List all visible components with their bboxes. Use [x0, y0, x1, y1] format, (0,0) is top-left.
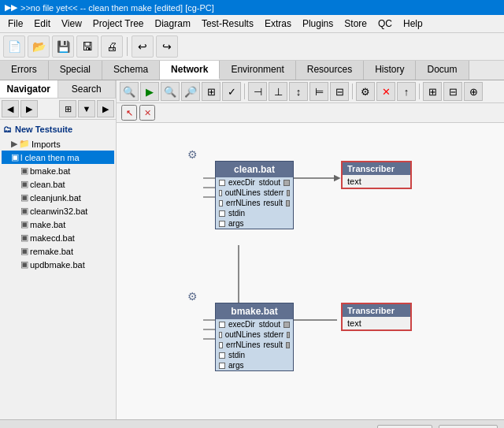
tab-docum[interactable]: Docum — [416, 61, 469, 80]
makecd-label: makecd.bat — [30, 233, 75, 243]
toolbar-new[interactable]: 📄 — [3, 35, 25, 58]
delete-btn[interactable]: ✕ — [376, 82, 395, 101]
sidebar-nav-left[interactable]: ◀ — [2, 100, 19, 117]
sidebar-toolbar: ◀ ▶ ⊞ ▼ ▶ — [0, 99, 116, 120]
bmake-bat-stdin-label: stdin — [228, 351, 245, 359]
menu-store[interactable]: Store — [339, 17, 372, 31]
align-right-btn[interactable]: ↕ — [289, 82, 308, 101]
toolbar-undo[interactable]: ↩ — [132, 35, 154, 58]
tree-item-imports[interactable]: ▶ 📁 Imports — [2, 137, 114, 151]
sidebar-nav-right[interactable]: ▶ — [20, 100, 38, 117]
clean-bat-title: clean.bat — [216, 162, 293, 177]
menu-test-results[interactable]: Test-Results — [197, 17, 258, 31]
run-btn[interactable]: ▶ — [140, 82, 159, 101]
bmake-bat-stderr-out — [287, 332, 290, 338]
accept-button[interactable]: Accept — [377, 425, 433, 429]
clean-bat-execdir-row: execDir stdout — [216, 177, 293, 188]
tree-item-make[interactable]: ▣ make.bat — [2, 218, 114, 231]
bmake-bat-node[interactable]: bmake.bat execDir stdout outNLines stder… — [215, 303, 294, 371]
bmake-bat-body: execDir stdout outNLines stderr — [216, 319, 293, 370]
tree-item-cleanwin32[interactable]: ▣ cleanwin32.bat — [2, 204, 114, 218]
clean-bat-outnlines-row: outNLines stderr — [216, 188, 293, 198]
clean-bat-result-label: result — [263, 199, 282, 207]
sidebar-expand[interactable]: ▼ — [78, 100, 95, 117]
clean-bat-settings-icon[interactable]: ⚙ — [187, 148, 198, 161]
transcriber-1-block[interactable]: Transcriber text — [341, 161, 412, 189]
align-center-btn[interactable]: ⊥ — [269, 82, 287, 101]
tree-item-updbmake[interactable]: ▣ updbmake.bat — [2, 258, 114, 271]
clean-bat-stdin-label: stdin — [228, 209, 245, 218]
diagram-top-bar: ↖ ✕ — [117, 103, 504, 123]
search-next-btn[interactable]: 🔎 — [181, 82, 200, 101]
bmake-bat-stdout-label: stdout — [259, 320, 280, 329]
tab-history[interactable]: History — [364, 61, 416, 80]
imports-expand-icon: ▶ — [11, 139, 17, 149]
menu-diagram[interactable]: Diagram — [150, 17, 195, 31]
toolbar-open[interactable]: 📂 — [28, 35, 50, 58]
sidebar-menu[interactable]: ▶ — [97, 100, 114, 117]
bmake-bat-execdir-label: execDir — [228, 320, 255, 329]
tab-network[interactable]: Network — [160, 61, 220, 80]
diagram-arrow-btn[interactable]: ↖ — [121, 105, 137, 121]
clean-bat-node[interactable]: clean.bat execDir stdout outNLines stder… — [215, 161, 294, 229]
more-btn[interactable]: ⊕ — [464, 82, 483, 101]
grid-btn[interactable]: ⊞ — [202, 82, 220, 101]
tree-item-remake[interactable]: ▣ remake.bat — [2, 244, 114, 258]
up-btn[interactable]: ↑ — [397, 82, 416, 101]
menu-edit[interactable]: Edit — [29, 17, 55, 31]
toolbar-save[interactable]: 💾 — [52, 35, 74, 58]
toolbar-print[interactable]: 🖨 — [101, 35, 123, 58]
diagram-close-btn[interactable]: ✕ — [139, 105, 155, 121]
distribute-btn[interactable]: ⊨ — [309, 82, 328, 101]
sidebar-collapse[interactable]: ⊞ — [59, 100, 76, 117]
zoom-fit-btn[interactable]: 🔍 — [120, 82, 139, 101]
tab-special[interactable]: Special — [49, 61, 102, 80]
tree-item-cleanjunk[interactable]: ▣ cleanjunk.bat — [2, 191, 114, 204]
tab-resources[interactable]: Resources — [296, 61, 364, 80]
menu-project-tree[interactable]: Project Tree — [88, 17, 149, 31]
bmake-bat-errnlines-row: errNLines result — [216, 340, 293, 350]
title-bar-icon: ▶▶ — [5, 2, 17, 13]
title-bar-text: >>no file yet<< -- clean then make [edit… — [20, 3, 214, 13]
search-btn[interactable]: 🔍 — [161, 82, 180, 101]
tree-item-makecd[interactable]: ▣ makecd.bat — [2, 231, 114, 244]
menu-view[interactable]: View — [57, 17, 87, 31]
clean-bat-result-out — [286, 200, 290, 207]
check-btn[interactable]: ✓ — [222, 82, 241, 101]
bmake-bat-outnlines-row: outNLines stderr — [216, 329, 293, 340]
clean-bat-errnlines-in — [219, 200, 223, 207]
toolbar-redo[interactable]: ↪ — [156, 35, 178, 58]
menu-help[interactable]: Help — [398, 17, 428, 31]
diagram-canvas[interactable]: ⚙ clean.bat execDir stdout outNLin — [117, 123, 504, 419]
tab-errors[interactable]: Errors — [0, 61, 49, 80]
menu-qc[interactable]: QC — [373, 17, 397, 31]
align-left-btn[interactable]: ⊣ — [248, 82, 267, 101]
clean-bat-args-row: args — [216, 218, 293, 229]
discard-button[interactable]: Discard — [439, 425, 498, 429]
menu-file[interactable]: File — [3, 17, 28, 31]
tab-schema[interactable]: Schema — [102, 61, 160, 80]
menu-extras[interactable]: Extras — [260, 17, 296, 31]
bmake-bat-settings-icon[interactable]: ⚙ — [187, 290, 198, 303]
transcriber-2-block[interactable]: Transcriber text — [341, 303, 412, 331]
sidebar-tab-search[interactable]: Search — [58, 80, 117, 98]
tree-item-bmake[interactable]: ▣ bmake.bat — [2, 164, 114, 177]
make-icon: ▣ — [20, 219, 28, 229]
bmake-bat-outnlines-in — [219, 332, 222, 338]
cleanwin32-label: cleanwin32.bat — [30, 207, 87, 216]
clean-bat-stdin-in — [219, 210, 225, 217]
add-left-btn[interactable]: ⊞ — [423, 82, 442, 101]
sidebar-tabs: Navigator Search — [0, 80, 116, 99]
tree-item-clean-then-make[interactable]: ▣ l clean then ma — [2, 151, 114, 164]
transcriber-1-field: text — [347, 177, 361, 186]
add-right-btn[interactable]: ⊟ — [443, 82, 462, 101]
menu-bar: File Edit View Project Tree Diagram Test… — [0, 15, 504, 33]
space-btn[interactable]: ⊟ — [330, 82, 349, 101]
tab-environment[interactable]: Environment — [220, 61, 295, 80]
menu-plugins[interactable]: Plugins — [298, 17, 338, 31]
settings-btn[interactable]: ⚙ — [356, 82, 375, 101]
toolbar-save2[interactable]: 🖫 — [76, 35, 98, 58]
tree-item-clean[interactable]: ▣ clean.bat — [2, 177, 114, 191]
sidebar-tab-navigator[interactable]: Navigator — [0, 80, 58, 98]
bmake-bat-outnlines-label: outNLines — [225, 330, 261, 339]
